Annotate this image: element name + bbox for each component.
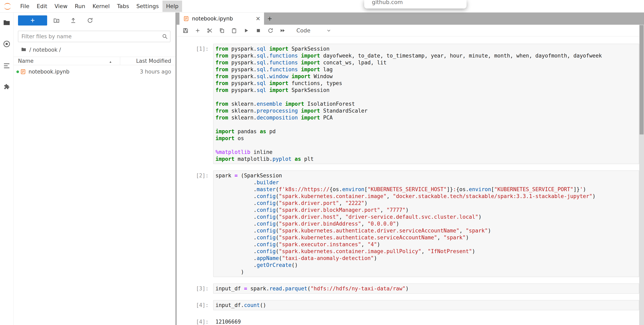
code-token: count [244, 302, 260, 308]
code-token: import [216, 135, 234, 141]
breadcrumb-path[interactable]: / notebook / [29, 47, 61, 53]
refresh-icon[interactable] [86, 17, 94, 25]
code-token: ( [307, 285, 310, 291]
sort-ascending-icon [108, 59, 113, 65]
code-token: "hdfs://hdfs/ny-taxi-data/raw" [310, 285, 406, 291]
code-token: , [361, 241, 368, 247]
code-token: StandardScaler [320, 108, 368, 114]
scrollbar-thumb[interactable] [640, 25, 644, 134]
code-token: functions [269, 53, 298, 59]
code-token: ( [276, 234, 279, 241]
code-token: from [216, 87, 228, 93]
cell-editor[interactable]: input_df = spark.read.parquet("hdfs://hd… [213, 283, 639, 294]
code-token: import [282, 101, 304, 107]
code-token: ) [406, 207, 409, 213]
code-cell: [1]:from pyspark.sql import SparkSession… [177, 44, 639, 164]
paste-icon[interactable] [230, 27, 238, 35]
code-token: from [216, 53, 228, 59]
menu-run[interactable]: Run [71, 1, 89, 12]
code-token: decomposition [257, 115, 298, 121]
code-token: . [216, 262, 257, 268]
column-header-modified[interactable]: Last Modified [120, 58, 176, 64]
menu-file[interactable]: File [16, 1, 33, 12]
code-token: . [266, 53, 269, 59]
new-folder-icon[interactable] [52, 17, 60, 25]
code-token: lag [320, 66, 333, 73]
code-token: . [216, 221, 257, 227]
new-tab-button[interactable]: + [264, 13, 275, 25]
code-token: config [257, 214, 276, 220]
table-of-contents-icon[interactable] [3, 62, 11, 70]
code-text: 12106669 [216, 318, 639, 325]
running-kernels-icon[interactable] [3, 40, 11, 48]
code-token: "taxi-data-anomaly-detection" [282, 255, 374, 261]
menu-tabs[interactable]: Tabs [113, 1, 133, 12]
tab-close-icon[interactable]: ✕ [256, 16, 260, 22]
code-token: , [361, 221, 368, 227]
code-token: "spark.driver.port" [279, 200, 339, 206]
file-name: notebook.ipynb [28, 69, 70, 75]
code-token: "4" [368, 241, 377, 247]
code-token: from [216, 73, 228, 79]
code-token: appName [257, 255, 279, 261]
cell-editor[interactable]: from pyspark.sql import SparkSession fro… [213, 44, 639, 164]
extensions-icon[interactable] [3, 83, 11, 91]
code-token: () [260, 302, 266, 308]
code-token: "spark.kubernetes.container.image" [279, 193, 386, 199]
code-token: from [216, 115, 228, 121]
code-token: "spark.kubernetes.container.image.pullPo… [279, 248, 421, 254]
code-token: config [257, 193, 276, 199]
upload-icon[interactable] [69, 17, 77, 25]
code-token: import [266, 87, 288, 93]
code-token: concat_ws, lpad, lit [320, 60, 387, 66]
code-token: ( [276, 193, 279, 199]
code-token: inline [250, 149, 272, 155]
code-token: config [257, 200, 276, 206]
menu-settings[interactable]: Settings [133, 1, 162, 12]
restart-icon[interactable] [266, 27, 274, 35]
add-cell-icon[interactable] [194, 27, 202, 35]
file-row[interactable]: notebook.ipynb 3 hours ago [14, 67, 176, 77]
filter-files-input[interactable] [18, 31, 170, 42]
cut-icon[interactable] [206, 27, 214, 35]
run-icon[interactable] [242, 27, 250, 35]
code-token: import [298, 60, 320, 66]
file-list-header: Name Last Modified [14, 57, 176, 65]
copy-icon[interactable] [218, 27, 226, 35]
code-token: , [421, 248, 428, 254]
vertical-scrollbar[interactable] [639, 25, 644, 325]
menu-kernel[interactable]: Kernel [89, 1, 113, 12]
menu-edit[interactable]: Edit [33, 1, 51, 12]
code-token: spark [216, 173, 234, 179]
code-token: ) [406, 285, 409, 291]
notebook-cells: [1]:from pyspark.sql import SparkSession… [177, 37, 639, 325]
home-folder-icon[interactable] [21, 47, 26, 53]
save-icon[interactable] [182, 27, 190, 35]
code-token: preprocessing [257, 108, 298, 114]
new-launcher-button[interactable]: + [18, 16, 47, 26]
code-token: import [298, 108, 320, 114]
cell-editor[interactable]: input_df.count() [213, 300, 639, 310]
menu-help[interactable]: Help [162, 1, 182, 12]
files-icon[interactable] [3, 19, 11, 27]
code-token: pyspark. [228, 53, 257, 59]
code-token: pyplot [272, 156, 292, 162]
code-token: ( [276, 248, 279, 254]
code-token: pyspark. [228, 80, 257, 86]
file-browser-panel: + / notebook / Name [14, 13, 176, 325]
cell-editor[interactable]: spark = (SparkSession .builder .master(f… [213, 170, 639, 277]
code-token: "spark" [466, 228, 488, 234]
cell-type-dropdown[interactable]: Code [296, 27, 332, 34]
code-token: sql [257, 66, 266, 73]
code-token: from [216, 108, 228, 114]
column-header-name[interactable]: Name [14, 58, 120, 64]
code-token: pyspark. [228, 46, 257, 52]
code-token: config [257, 221, 276, 227]
tab-notebook[interactable]: notebook.ipynb ✕ [180, 13, 264, 25]
notebook-tab-icon [183, 16, 189, 22]
restart-run-all-icon[interactable] [278, 27, 287, 35]
menu-view[interactable]: View [51, 1, 71, 12]
stop-icon[interactable] [254, 27, 262, 35]
code-token: import [298, 115, 320, 121]
code-token: "IfNotPresent" [428, 248, 472, 254]
